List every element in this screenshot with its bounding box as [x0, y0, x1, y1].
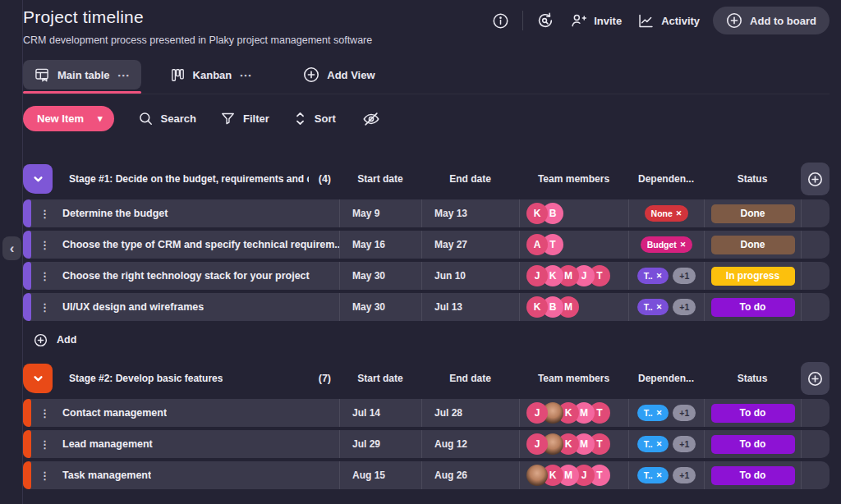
avatar[interactable]: J	[526, 433, 548, 455]
activity-button[interactable]: Activity	[635, 12, 702, 30]
remove-x-icon[interactable]: ✕	[656, 303, 663, 311]
team-members-cell[interactable]: KMJT	[519, 461, 628, 489]
add-item-button[interactable]: Add	[34, 329, 830, 351]
item-name[interactable]: UI/UX design and wireframes	[62, 301, 204, 313]
end-date-cell[interactable]: Aug 26	[421, 461, 519, 489]
dependency-overflow-pill[interactable]: +1	[673, 299, 696, 315]
tab-menu-icon[interactable]: ⋯	[239, 69, 252, 81]
item-name[interactable]: Task management	[62, 470, 151, 481]
group-title[interactable]: Stage #2: Develop basic features	[69, 373, 223, 384]
end-date-cell[interactable]: Jul 28	[421, 399, 519, 427]
invite-button[interactable]: Invite	[568, 12, 624, 30]
status-badge[interactable]: In progress	[711, 267, 795, 286]
dependencies-cell[interactable]: T..✕+1	[628, 293, 704, 321]
remove-x-icon[interactable]: ✕	[680, 241, 687, 249]
remove-x-icon[interactable]: ✕	[676, 209, 682, 218]
team-members-cell[interactable]: JKMJT	[519, 262, 628, 290]
avatar[interactable]: A	[526, 234, 548, 255]
remove-x-icon[interactable]: ✕	[656, 272, 663, 280]
add-column-button[interactable]	[801, 163, 830, 195]
dependencies-cell[interactable]: T..✕+1	[628, 461, 704, 489]
dependency-pill[interactable]: T..✕	[637, 299, 669, 315]
start-date-cell[interactable]: Jul 14	[339, 399, 421, 427]
dependencies-cell[interactable]: None✕	[628, 199, 704, 227]
team-members-cell[interactable]: KBM	[519, 293, 628, 321]
dependency-overflow-pill[interactable]: +1	[673, 436, 696, 452]
avatar-photo[interactable]	[526, 465, 548, 486]
avatar[interactable]: K	[526, 203, 548, 224]
start-date-cell[interactable]: May 30	[339, 262, 421, 290]
status-badge[interactable]: Done	[711, 204, 795, 223]
row-menu-kebab-icon[interactable]: ⋮	[39, 471, 50, 480]
table-row: ⋮Contact managementJul 14Jul 28JKMTT..✕+…	[23, 399, 830, 427]
status-badge[interactable]: Done	[711, 236, 795, 254]
dependencies-cell[interactable]: T..✕+1	[628, 430, 704, 458]
dependency-pill[interactable]: T..✕	[637, 405, 669, 421]
dependency-overflow-pill[interactable]: +1	[673, 405, 696, 421]
collapse-group-button[interactable]	[23, 364, 53, 393]
tab-main-table[interactable]: Main table ⋯	[23, 60, 141, 89]
start-date-cell[interactable]: May 30	[339, 293, 421, 321]
hide-columns-button[interactable]	[360, 108, 383, 131]
remove-x-icon[interactable]: ✕	[656, 409, 663, 417]
group-title[interactable]: Stage #1: Decide on the budget, requirem…	[69, 173, 309, 185]
team-members-cell[interactable]: JKMT	[519, 399, 628, 427]
add-to-board-button[interactable]: Add to board	[713, 7, 830, 34]
row-menu-kebab-icon[interactable]: ⋮	[39, 440, 50, 449]
add-column-button[interactable]	[801, 362, 830, 395]
start-date-cell[interactable]: May 16	[339, 231, 421, 259]
team-members-cell[interactable]: KB	[519, 199, 628, 227]
chevron-down-icon[interactable]: ▾	[98, 113, 103, 124]
status-badge[interactable]: To do	[711, 466, 795, 485]
team-members-cell[interactable]: JKMT	[519, 430, 628, 458]
end-date-cell[interactable]: Jun 10	[421, 262, 519, 290]
end-date-cell[interactable]: Jul 13	[421, 293, 519, 321]
dependency-pill[interactable]: Budget✕	[641, 236, 693, 253]
dependency-overflow-pill[interactable]: +1	[673, 467, 696, 483]
end-date-cell[interactable]: May 27	[421, 231, 519, 259]
dependencies-cell[interactable]: T..✕+1	[628, 262, 704, 290]
remove-x-icon[interactable]: ✕	[656, 440, 663, 448]
item-name[interactable]: Determine the budget	[62, 208, 168, 219]
avatar[interactable]: J	[526, 402, 548, 424]
status-badge[interactable]: To do	[711, 435, 795, 454]
dependency-pill[interactable]: T..✕	[637, 436, 669, 452]
dependency-pill[interactable]: T..✕	[637, 467, 669, 483]
start-date-cell[interactable]: May 9	[339, 199, 421, 227]
tab-kanban[interactable]: Kanban ⋯	[159, 60, 264, 89]
add-view-button[interactable]: Add View	[292, 60, 385, 89]
item-name[interactable]: Lead management	[62, 438, 153, 450]
item-name[interactable]: Contact management	[62, 407, 167, 419]
board-info-button[interactable]	[489, 9, 512, 32]
row-menu-kebab-icon[interactable]: ⋮	[39, 241, 50, 250]
dependency-overflow-pill[interactable]: +1	[673, 268, 696, 284]
row-menu-kebab-icon[interactable]: ⋮	[39, 209, 50, 218]
new-item-button[interactable]: New Item ▾	[23, 106, 114, 131]
row-menu-kebab-icon[interactable]: ⋮	[39, 409, 50, 418]
tab-menu-icon[interactable]: ⋯	[117, 69, 131, 81]
dependencies-cell[interactable]: Budget✕	[628, 231, 704, 259]
avatar[interactable]: J	[526, 265, 548, 286]
row-menu-kebab-icon[interactable]: ⋮	[39, 272, 50, 281]
filter-button[interactable]: Filter	[220, 111, 269, 126]
item-name[interactable]: Choose the type of CRM and specify techn…	[62, 239, 339, 250]
collapse-group-button[interactable]	[23, 164, 53, 194]
team-members-cell[interactable]: AT	[519, 231, 628, 259]
end-date-cell[interactable]: Aug 12	[421, 430, 519, 458]
avatar[interactable]: K	[526, 296, 548, 318]
search-button[interactable]: Search	[138, 111, 196, 126]
sort-button[interactable]: Sort	[293, 111, 336, 126]
sidebar-collapse-button[interactable]: ‹	[2, 236, 21, 260]
dependency-pill[interactable]: None✕	[645, 205, 689, 222]
dependency-pill[interactable]: T..✕	[637, 268, 669, 284]
status-badge[interactable]: To do	[711, 404, 795, 423]
row-menu-kebab-icon[interactable]: ⋮	[39, 303, 50, 312]
dependencies-cell[interactable]: T..✕+1	[628, 399, 704, 427]
remove-x-icon[interactable]: ✕	[656, 471, 663, 479]
end-date-cell[interactable]: May 13	[421, 199, 519, 227]
status-badge[interactable]: To do	[711, 298, 795, 317]
board-sync-button[interactable]	[534, 9, 557, 32]
start-date-cell[interactable]: Jul 29	[339, 430, 421, 458]
item-name[interactable]: Choose the right technology stack for yo…	[62, 270, 310, 282]
start-date-cell[interactable]: Aug 15	[339, 461, 421, 489]
